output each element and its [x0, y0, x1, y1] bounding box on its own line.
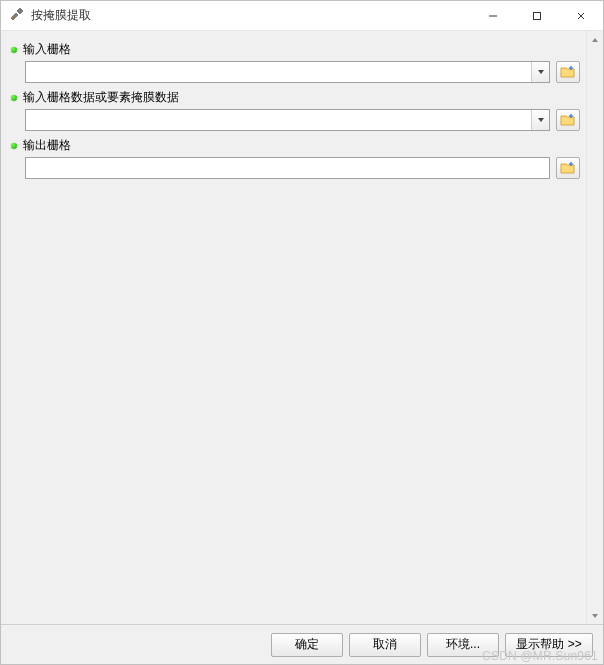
input-raster-combo[interactable] [25, 61, 550, 83]
browse-button[interactable] [556, 157, 580, 179]
output-raster-box[interactable] [25, 157, 550, 179]
field-mask-data: 输入栅格数据或要素掩膜数据 [11, 89, 580, 131]
maximize-button[interactable] [515, 1, 559, 31]
field-label: 输入栅格数据或要素掩膜数据 [11, 89, 580, 106]
field-label: 输入栅格 [11, 41, 580, 58]
content-area: 输入栅格 [1, 31, 603, 624]
svg-rect-1 [534, 13, 541, 20]
vertical-scrollbar[interactable] [586, 31, 603, 624]
field-input-raster: 输入栅格 [11, 41, 580, 83]
dropdown-button[interactable] [531, 110, 549, 130]
titlebar[interactable]: 按掩膜提取 [1, 1, 603, 31]
hammer-icon [9, 8, 25, 24]
field-label: 输出栅格 [11, 137, 580, 154]
required-bullet-icon [11, 143, 17, 149]
window-controls [471, 1, 603, 30]
dropdown-button[interactable] [531, 62, 549, 82]
label-text: 输入栅格 [23, 41, 71, 58]
dialog-window: 按掩膜提取 输入栅格 [0, 0, 604, 665]
mask-data-input[interactable] [26, 110, 531, 130]
close-button[interactable] [559, 1, 603, 31]
scroll-track[interactable] [587, 48, 603, 607]
scroll-up-button[interactable] [587, 31, 603, 48]
browse-button[interactable] [556, 109, 580, 131]
mask-data-combo[interactable] [25, 109, 550, 131]
browse-button[interactable] [556, 61, 580, 83]
cancel-button[interactable]: 取消 [349, 633, 421, 657]
form-panel: 输入栅格 [1, 31, 586, 624]
window-title: 按掩膜提取 [31, 7, 471, 24]
input-raster-input[interactable] [26, 62, 531, 82]
label-text: 输入栅格数据或要素掩膜数据 [23, 89, 179, 106]
output-raster-input[interactable] [26, 158, 549, 178]
required-bullet-icon [11, 95, 17, 101]
watermark-text: CSDN @MR.Sun961 [482, 649, 598, 663]
required-bullet-icon [11, 47, 17, 53]
ok-button[interactable]: 确定 [271, 633, 343, 657]
field-output-raster: 输出栅格 [11, 137, 580, 179]
label-text: 输出栅格 [23, 137, 71, 154]
minimize-button[interactable] [471, 1, 515, 31]
scroll-down-button[interactable] [587, 607, 603, 624]
